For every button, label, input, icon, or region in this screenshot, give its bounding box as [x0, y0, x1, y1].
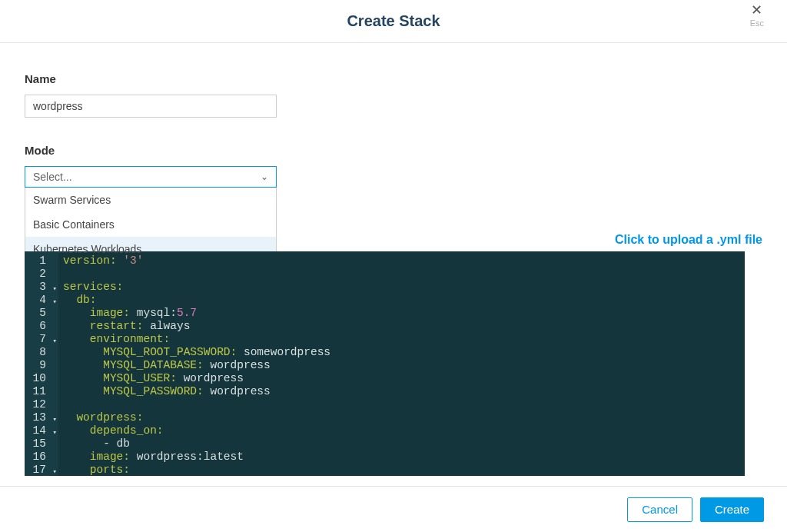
mode-label: Mode: [25, 144, 762, 157]
mode-placeholder: Select...: [33, 171, 72, 183]
modal-title: Create Stack: [347, 12, 440, 30]
editor-code: version: '3' services: db: image: mysql:…: [58, 251, 330, 476]
yaml-editor[interactable]: 1234567891011121314151617 version: '3' s…: [25, 251, 745, 476]
create-button[interactable]: Create: [700, 497, 764, 522]
name-field-group: Name: [25, 72, 762, 118]
esc-hint-label: Esc: [750, 18, 764, 28]
modal-body: Name Mode Select... ⌄ Swarm ServicesBasi…: [0, 43, 787, 486]
name-input[interactable]: [25, 95, 277, 118]
cancel-button[interactable]: Cancel: [627, 497, 692, 522]
modal-header: Create Stack ✕ Esc: [0, 0, 787, 43]
chevron-down-icon: ⌄: [261, 171, 268, 182]
editor-gutter: 1234567891011121314151617: [25, 251, 58, 476]
name-label: Name: [25, 72, 762, 85]
upload-yml-link[interactable]: Click to upload a .yml file: [615, 233, 762, 247]
mode-option[interactable]: Swarm Services: [25, 188, 276, 212]
mode-select[interactable]: Select... ⌄: [25, 166, 277, 188]
close-button[interactable]: ✕ Esc: [750, 5, 764, 28]
close-icon: ✕: [751, 5, 762, 15]
modal-footer: Cancel Create: [0, 486, 787, 532]
